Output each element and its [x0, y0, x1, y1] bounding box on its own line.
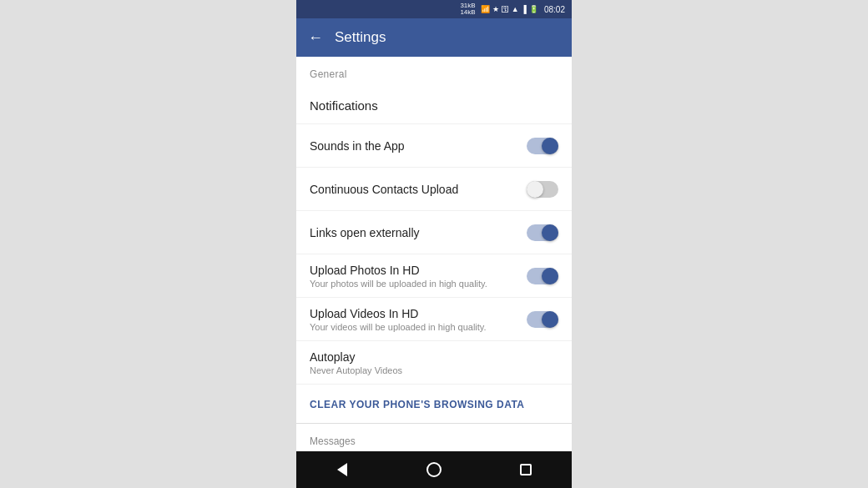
sounds-in-app-toggle[interactable]	[527, 138, 558, 154]
wifi-icon: ▲	[512, 5, 519, 13]
battery-icon: 🔋	[529, 5, 538, 13]
vpn-icon: ⚿	[502, 5, 509, 13]
general-section-header: General	[296, 57, 572, 85]
sounds-in-app-row: Sounds in the App	[296, 124, 572, 168]
upload-photos-hd-toggle-knob	[542, 268, 558, 284]
autoplay-row[interactable]: Autoplay Never Autoplay Videos	[296, 341, 572, 385]
status-icons: 📶 ★ ⚿ ▲ ▐ 🔋 08:02	[481, 5, 565, 14]
links-open-externally-toggle[interactable]	[527, 224, 558, 241]
nav-bar	[296, 451, 572, 488]
page-title: Settings	[335, 29, 386, 46]
status-bar-data: 31kB 14kB	[460, 3, 475, 16]
sounds-in-app-toggle-knob	[542, 138, 558, 154]
upload-photos-hd-row: Upload Photos In HD Your photos will be …	[296, 254, 572, 298]
nav-home-icon	[426, 462, 442, 477]
continuous-contacts-upload-toggle-knob	[527, 181, 543, 198]
upload-videos-hd-toggle[interactable]	[527, 311, 558, 328]
messages-section-header: Messages	[296, 424, 572, 451]
status-time: 08:02	[544, 5, 565, 14]
signal-icon: ▐	[522, 5, 527, 13]
sounds-in-app-label: Sounds in the App	[310, 139, 527, 153]
phone-frame: 31kB 14kB 📶 ★ ⚿ ▲ ▐ 🔋 08:02 ← Settings G…	[296, 0, 572, 488]
notifications-row: Notifications	[296, 85, 572, 124]
bluetooth-icon: 📶	[481, 5, 490, 13]
links-open-externally-label: Links open externally	[310, 226, 527, 239]
upload-videos-hd-toggle-knob	[542, 311, 558, 328]
clear-data-row: CLEAR YOUR PHONE'S BROWSING DATA	[296, 385, 572, 423]
nav-recents-icon	[520, 464, 532, 475]
continuous-contacts-upload-row: Continuous Contacts Upload	[296, 168, 572, 211]
autoplay-label: Autoplay Never Autoplay Videos	[310, 350, 558, 375]
back-button[interactable]: ←	[308, 29, 323, 47]
upload-photos-hd-label: Upload Photos In HD Your photos will be …	[310, 264, 527, 289]
upload-photos-hd-toggle[interactable]	[527, 268, 558, 284]
links-open-externally-toggle-knob	[542, 224, 558, 241]
links-open-externally-row: Links open externally	[296, 211, 572, 254]
continuous-contacts-upload-label: Continuous Contacts Upload	[310, 183, 527, 196]
nav-back-icon	[337, 463, 347, 476]
upload-videos-hd-label: Upload Videos In HD Your videos will be …	[310, 307, 527, 332]
notifications-label: Notifications	[310, 98, 378, 113]
nav-home-button[interactable]	[417, 453, 451, 486]
upload-videos-hd-row: Upload Videos In HD Your videos will be …	[296, 298, 572, 341]
nav-back-button[interactable]	[326, 453, 359, 486]
content-area: General Notifications Sounds in the App …	[296, 57, 572, 451]
bluetooth-icon2: ★	[492, 5, 499, 13]
status-bar: 31kB 14kB 📶 ★ ⚿ ▲ ▐ 🔋 08:02	[296, 0, 572, 18]
nav-recents-button[interactable]	[509, 453, 542, 486]
clear-data-link[interactable]: CLEAR YOUR PHONE'S BROWSING DATA	[310, 399, 525, 410]
header: ← Settings	[296, 18, 572, 57]
continuous-contacts-upload-toggle[interactable]	[527, 181, 558, 198]
